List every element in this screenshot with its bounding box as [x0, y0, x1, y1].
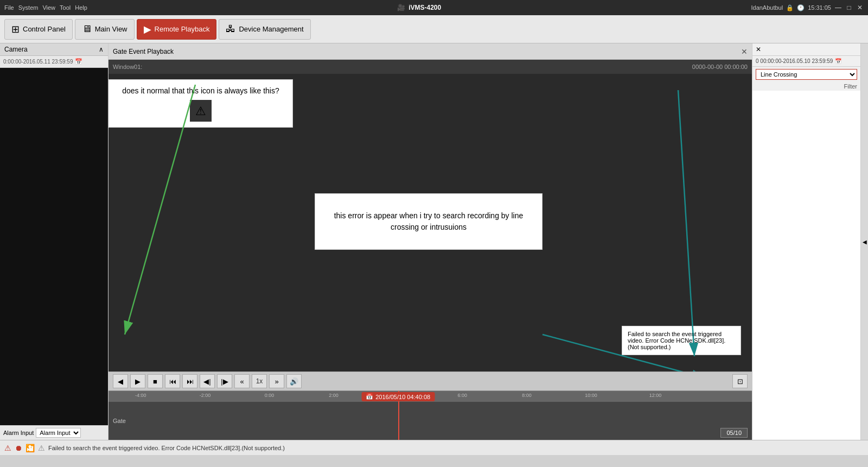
control-panel-button[interactable]: ⊞ Control Panel: [4, 19, 73, 40]
sidebar-date-text: 0:00:00-2016.05.11 23:59:59: [3, 59, 73, 65]
titlebar-left: File System View Tool Help: [4, 4, 87, 11]
right-panel-date-range: 0 00:00:00-2016.05.10 23:59:59 📅: [752, 56, 860, 67]
time-display: 15:31:05: [808, 4, 831, 11]
lock-icon: 🔒: [786, 4, 794, 11]
date-bubble-text: 2016/05/10 04:40:08: [375, 394, 430, 400]
next-frame-button[interactable]: ⏭: [182, 374, 197, 388]
minimize-button[interactable]: —: [834, 4, 842, 11]
status-error-text: Failed to search the event triggered vid…: [48, 445, 285, 451]
titlebar-right: IdanAbutbul 🔒 🕐 15:31:05 — □ ✕: [751, 4, 864, 11]
rewind-button[interactable]: «: [234, 374, 250, 388]
device-management-label: Device Management: [239, 25, 303, 33]
calendar-small-icon: 📅: [366, 393, 373, 400]
time-marker-3: 0:00: [265, 393, 275, 398]
calendar-icon[interactable]: 📅: [75, 58, 82, 65]
timeline-bar-playhead: [398, 402, 399, 440]
date-nav[interactable]: 05/10: [720, 428, 748, 438]
main-view-label: Main View: [95, 25, 127, 33]
next-clip-button[interactable]: |▶: [217, 374, 232, 388]
sidebar-header: Camera ∧: [0, 43, 108, 56]
right-panel-collapse[interactable]: ◀: [860, 43, 868, 440]
main-view-icon: 🖥: [82, 23, 92, 35]
gate-label: Gate: [113, 418, 126, 424]
camera-view: [0, 68, 108, 425]
maximize-button[interactable]: □: [845, 4, 853, 11]
error-popup-text: Failed to search the event triggered vid…: [628, 331, 725, 350]
right-panel-date-text: 0 00:00:00-2016.05.10 23:59:59: [756, 58, 833, 64]
time-marker-9: 12:00: [649, 393, 662, 398]
annotation1-text: does it normal that this icon is always …: [122, 86, 279, 95]
right-panel-calendar-icon[interactable]: 📅: [835, 58, 841, 64]
device-management-button[interactable]: 🖧 Device Management: [219, 19, 310, 40]
timeline-ruler: -4:00 -2:00 0:00 2:00 4:00 6:00 8:00 10:…: [108, 391, 752, 402]
right-panel-close[interactable]: ✕: [756, 46, 761, 53]
status-video-icon: 🎦: [25, 444, 35, 452]
file-menu[interactable]: File: [4, 4, 14, 11]
play-button[interactable]: ▶: [130, 374, 145, 388]
status-record-icon: ⏺: [15, 444, 22, 452]
playback-close-button[interactable]: ✕: [741, 47, 748, 56]
titlebar: File System View Tool Help 🎥 iVMS-4200 I…: [0, 0, 868, 15]
sidebar-collapse-icon[interactable]: ∧: [99, 46, 104, 53]
right-panel: ✕ 0 00:00:00-2016.05.10 23:59:59 📅 Line …: [752, 43, 860, 440]
app-logo-icon: 🎥: [397, 4, 405, 11]
sidebar-date-range: 0:00:00-2016.05.11 23:59:59 📅: [0, 56, 108, 68]
svg-line-2: [678, 90, 694, 356]
app-title-center: 🎥 iVMS-4200: [397, 4, 441, 11]
help-menu[interactable]: Help: [75, 4, 87, 11]
volume-button[interactable]: 🔊: [286, 374, 302, 388]
player-controls: ◀ ▶ ■ ⏮ ⏭ ◀| |▶ « 1x » 🔊 ⊡: [108, 371, 752, 391]
time-marker-4: 2:00: [329, 393, 339, 398]
app-title: iVMS-4200: [409, 4, 441, 11]
close-button[interactable]: ✕: [856, 4, 864, 11]
timeline-bar[interactable]: Gate 05/10: [108, 402, 752, 440]
playback-title: Gate Event Playback: [113, 48, 174, 55]
control-panel-icon: ⊞: [11, 23, 20, 35]
status-error-icon: ⚠: [38, 444, 45, 452]
event-type-select[interactable]: Line Crossing: [756, 69, 857, 80]
alarm-input-select[interactable]: Alarm Input: [36, 428, 81, 438]
prev-clip-button[interactable]: ◀|: [200, 374, 215, 388]
view-menu[interactable]: View: [42, 4, 55, 11]
time-marker-7: 8:00: [522, 393, 532, 398]
sidebar: Camera ∧ 0:00:00-2016.05.11 23:59:59 📅 A…: [0, 43, 108, 440]
device-management-icon: 🖧: [226, 23, 235, 35]
remote-playback-label: Remote Playback: [155, 25, 210, 33]
error-popup: Failed to search the event triggered vid…: [622, 326, 741, 355]
main-view-button[interactable]: 🖥 Main View: [75, 19, 135, 40]
warning-icon: ⚠: [190, 100, 212, 122]
fast-forward-button[interactable]: »: [269, 374, 284, 388]
toolbar: ⊞ Control Panel 🖥 Main View ▶ Remote Pla…: [0, 15, 868, 43]
alarm-input-area: Alarm Input Alarm Input: [0, 425, 108, 440]
system-menu[interactable]: System: [18, 4, 39, 11]
remote-playback-button[interactable]: ▶ Remote Playback: [137, 19, 217, 40]
video-header: Window01: 0000-00-00 00:00:00: [108, 60, 752, 74]
annotation2-text: this error is appear when i try to searc…: [334, 211, 524, 231]
clock-icon: 🕐: [797, 4, 805, 11]
video-area: does it normal that this icon is always …: [108, 74, 752, 371]
control-panel-label: Control Panel: [23, 25, 66, 33]
time-marker-1: -4:00: [135, 393, 146, 398]
previous-button[interactable]: ◀: [113, 374, 128, 388]
remote-playback-icon: ▶: [144, 23, 151, 35]
date-bubble: 📅 2016/05/10 04:40:08: [361, 392, 435, 401]
filter-button[interactable]: Filter: [752, 82, 860, 91]
sidebar-title: Camera: [4, 46, 28, 53]
right-panel-content: [752, 91, 860, 440]
right-panel-header: ✕: [752, 43, 860, 56]
timeline-area[interactable]: -4:00 -2:00 0:00 2:00 4:00 6:00 8:00 10:…: [108, 391, 752, 440]
collapse-icon: ◀: [863, 239, 867, 245]
speed-label: 1x: [252, 374, 267, 388]
playback-header: Gate Event Playback ✕: [108, 43, 752, 60]
user-label: IdanAbutbul: [751, 4, 783, 11]
stop-button[interactable]: ■: [148, 374, 163, 388]
prev-frame-button[interactable]: ⏮: [165, 374, 180, 388]
center-panel: Gate Event Playback ✕ Window01: 0000-00-…: [108, 43, 752, 440]
time-marker-6: 6:00: [458, 393, 468, 398]
alarm-input-label: Alarm Input: [3, 430, 34, 436]
window-label: Window01:: [113, 64, 142, 70]
time-marker-8: 10:00: [585, 393, 597, 398]
tool-menu[interactable]: Tool: [60, 4, 71, 11]
status-alarm-icon: ⚠: [4, 444, 11, 452]
snapshot-button[interactable]: ⊡: [732, 374, 748, 388]
